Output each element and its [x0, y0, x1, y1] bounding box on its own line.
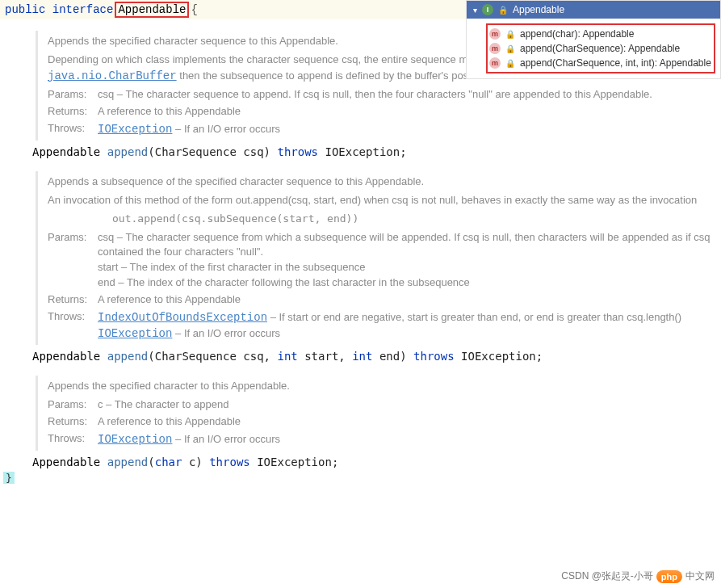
method-signature: Appendable append(CharSequence csq, int … [32, 350, 721, 363]
keyword-int: int [277, 350, 297, 363]
throws-value: IndexOutOfBoundsException – If start or … [98, 309, 721, 342]
throws-desc: – If an I/O error occurs [172, 327, 280, 339]
throws-desc: – If an I/O error occurs [172, 123, 280, 135]
return-type: Appendable [32, 456, 107, 468]
watermark-left: CSDN @张起灵-小哥 [561, 569, 653, 583]
javadoc-returns-row: Returns: A reference to this Appendable [48, 292, 721, 308]
chevron-down-icon[interactable]: ▾ [473, 6, 477, 15]
structure-panel[interactable]: ▾ I 🔒 Appendable m 🔒 append(char): Appen… [466, 0, 721, 79]
sig-params: ( [148, 456, 154, 468]
method-name: append [107, 145, 149, 158]
javadoc-params-row: Params: csq – The character sequence to … [48, 87, 721, 103]
keyword-public-interface: public interface [5, 3, 113, 16]
method-name: append [107, 350, 149, 363]
params-value: csq – The character sequence from which … [98, 230, 721, 291]
returns-label: Returns: [48, 104, 98, 120]
params-label: Params: [48, 397, 98, 413]
throws-desc: – If an I/O error occurs [172, 433, 280, 445]
sig-params: end) [372, 350, 413, 363]
sig-params: (CharSequence csq, [148, 350, 277, 363]
close-brace: } [3, 472, 15, 484]
lock-icon: 🔒 [505, 44, 515, 53]
throws-label: Throws: [48, 431, 98, 447]
interface-icon: I [482, 4, 493, 15]
sig-throws-type: IOException; [250, 456, 339, 468]
params-value: c – The character to append [98, 397, 721, 413]
javadoc-returns-row: Returns: A reference to this Appendable [48, 104, 721, 120]
params-label: Params: [48, 87, 98, 103]
structure-header[interactable]: ▾ I 🔒 Appendable [467, 1, 720, 19]
lock-icon: 🔒 [498, 6, 508, 15]
javadoc-returns-row: Returns: A reference to this Appendable [48, 414, 721, 430]
returns-value: A reference to this Appendable [98, 414, 721, 430]
lock-icon: 🔒 [505, 30, 515, 39]
returns-value: A reference to this Appendable [98, 292, 721, 308]
sig-throws-type: IOException; [318, 145, 407, 158]
javadoc-detail: An invocation of this method of the form… [48, 193, 721, 208]
exception-link[interactable]: IOException [98, 123, 172, 136]
method-label: append(char): Appendable [520, 28, 634, 40]
methods-highlight-box: m 🔒 append(char): Appendable m 🔒 append(… [486, 23, 715, 74]
lock-icon: 🔒 [505, 59, 515, 68]
javadoc-code-sample: out.append(csq.subSequence(start, end)) [48, 212, 721, 227]
method-signature: Appendable append(CharSequence csq) thro… [32, 145, 721, 158]
structure-method-item[interactable]: m 🔒 append(CharSequence, int, int): Appe… [489, 56, 712, 70]
params-value: csq – The character sequence to append. … [98, 87, 721, 103]
javadoc-block: Appends a subsequence of the specified c… [36, 171, 721, 345]
params-label: Params: [48, 230, 98, 291]
watermark-right: 中文网 [685, 569, 715, 583]
throws-desc: – If start or end are negative, start is… [267, 311, 681, 323]
exception-link[interactable]: IndexOutOfBoundsException [98, 311, 267, 324]
throws-value: IOException – If an I/O error occurs [98, 431, 721, 447]
keyword-char: char [155, 456, 182, 468]
watermark: CSDN @张起灵-小哥 php 中文网 [561, 569, 715, 583]
structure-method-item[interactable]: m 🔒 append(char): Appendable [489, 27, 712, 41]
javadoc-params-row: Params: c – The character to append [48, 397, 721, 413]
javadoc-throws-row: Throws: IOException – If an I/O error oc… [48, 431, 721, 447]
sig-params: start, [298, 350, 352, 363]
javadoc-summary: Appends the specified character to this … [48, 379, 721, 394]
returns-value: A reference to this Appendable [98, 104, 721, 120]
throws-value: IOException – If an I/O error occurs [98, 121, 721, 137]
exception-link[interactable]: IOException [98, 327, 172, 340]
javadoc-block: Appends the specified character to this … [36, 376, 721, 451]
keyword-int: int [352, 350, 372, 363]
sig-params: c) [182, 456, 209, 468]
keyword-throws: throws [209, 456, 250, 468]
method-signature: Appendable append(char c) throws IOExcep… [32, 456, 721, 468]
throws-label: Throws: [48, 309, 98, 342]
sig-params: (CharSequence csq) [148, 145, 277, 158]
exception-link[interactable]: IOException [98, 433, 172, 446]
method-icon: m [489, 57, 501, 69]
keyword-throws: throws [413, 350, 455, 363]
structure-body: m 🔒 append(char): Appendable m 🔒 append(… [467, 19, 720, 78]
method-label: append(CharSequence, int, int): Appendab… [520, 57, 711, 69]
php-badge-icon: php [656, 570, 682, 583]
method-icon: m [489, 43, 501, 54]
open-brace: { [191, 3, 197, 16]
keyword-throws: throws [277, 145, 318, 158]
javadoc-params-row: Params: csq – The character sequence fro… [48, 230, 721, 291]
javadoc-throws-row: Throws: IndexOutOfBoundsException – If s… [48, 309, 721, 342]
method-name: append [107, 456, 149, 468]
returns-label: Returns: [48, 414, 98, 430]
method-label: append(CharSequence): Appendable [520, 43, 680, 54]
javadoc-summary: Appends a subsequence of the specified c… [48, 174, 721, 190]
method-icon: m [489, 28, 501, 40]
interface-name-highlight: Appendable [115, 2, 189, 18]
structure-title: Appendable [513, 4, 564, 15]
structure-method-item[interactable]: m 🔒 append(CharSequence): Appendable [489, 41, 712, 56]
type-link[interactable]: java.nio.CharBuffer [48, 69, 177, 82]
sig-throws-type: IOException; [455, 350, 543, 363]
return-type: Appendable [32, 350, 107, 363]
return-type: Appendable [32, 145, 107, 158]
throws-label: Throws: [48, 121, 98, 137]
javadoc-throws-row: Throws: IOException – If an I/O error oc… [48, 121, 721, 137]
returns-label: Returns: [48, 292, 98, 308]
